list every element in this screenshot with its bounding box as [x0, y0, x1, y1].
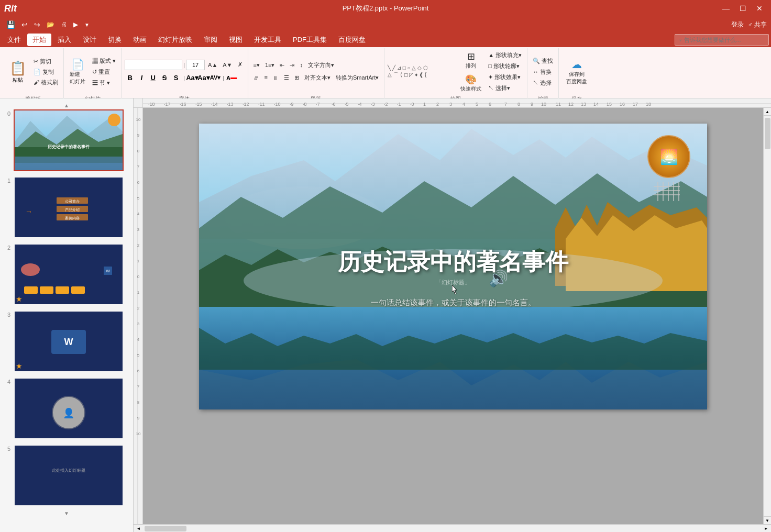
font-size-input[interactable] — [186, 60, 205, 70]
slide-thumb-1[interactable]: 公司简介 产品介绍 案例内容 → — [14, 176, 124, 238]
audio-icon[interactable]: 🔊 — [489, 269, 508, 287]
undo-quick-btn[interactable]: ↩ — [19, 19, 30, 30]
increase-font-btn[interactable]: A▲ — [206, 61, 219, 69]
close-button[interactable]: ✕ — [752, 3, 767, 14]
open-quick-btn[interactable]: 📂 — [45, 20, 57, 29]
menu-baiduyun[interactable]: 百度网盘 — [333, 34, 371, 46]
scroll-up-arrow[interactable]: ▲ — [764, 108, 772, 116]
select-btn[interactable]: ↖ 选择▾ — [486, 83, 524, 93]
smartart-btn[interactable]: 转换为SmartArt▾ — [334, 73, 381, 83]
format-painter-button[interactable]: 🖌 格式刷 — [31, 77, 60, 87]
scroll-left-arrow[interactable]: ◄ — [135, 525, 142, 533]
align-center-btn[interactable]: ≡ — [262, 73, 270, 82]
cut-button[interactable]: ✂ 剪切 — [31, 57, 60, 66]
slide-thumb-4[interactable]: 👤 — [14, 378, 124, 439]
share-button[interactable]: ♂ 共享 — [748, 20, 767, 29]
section-button[interactable]: ☰ 节 ▾ — [90, 78, 118, 88]
bottom-scrollbar[interactable]: ◄ ► — [134, 524, 771, 532]
text-direction-btn[interactable]: 文字方向▾ — [306, 60, 336, 70]
main-slide-tagline[interactable]: 一句话总结该事件，或关于该事件的一句名言。 — [371, 298, 536, 308]
font-color-btn[interactable]: A — [226, 73, 237, 83]
shape-effect-btn[interactable]: ✦ 形状效果▾ — [486, 72, 524, 82]
increase-indent-btn[interactable]: ⇥ — [288, 61, 296, 70]
customize-quick-btn[interactable]: ▼ — [82, 21, 92, 29]
menu-animation[interactable]: 动画 — [128, 34, 152, 46]
font-case-btn[interactable]: Aa▾ — [187, 73, 197, 83]
slide-item-1[interactable]: 1 公司简介 产品介绍 案例内容 → — [2, 175, 131, 239]
slide-panel[interactable]: ▲ 0 — [0, 98, 134, 532]
decrease-indent-btn[interactable]: ⇤ — [278, 61, 287, 70]
bullet-list-btn[interactable]: ≡▾ — [251, 61, 262, 70]
slide-item-4[interactable]: 4 👤 — [2, 376, 131, 440]
align-text-btn[interactable]: 对齐文本▾ — [302, 73, 333, 83]
menu-insert[interactable]: 插入 — [52, 34, 76, 46]
menu-view[interactable]: 视图 — [224, 34, 248, 46]
scroll-down-btn[interactable]: ▼ — [2, 511, 131, 516]
shape-fill-btn[interactable]: ▲ 形状填充▾ — [486, 50, 524, 60]
align-right-btn[interactable]: ⫼ — [271, 73, 281, 82]
scroll-down-arrow[interactable]: ▼ — [764, 516, 772, 524]
select-edit-btn[interactable]: ↖ 选择 — [531, 78, 555, 88]
signin-button[interactable]: 登录 — [731, 20, 744, 29]
font-spacing-btn[interactable]: AV▾ — [210, 73, 221, 83]
paste-button[interactable]: 📋 粘贴 — [5, 49, 30, 94]
slide-item-2[interactable]: 2 W — [2, 242, 131, 306]
main-slide-title[interactable]: 历史记录中的著名事件 「幻灯标题」 — [338, 247, 568, 286]
right-scrollbar[interactable]: ▲ ▼ — [763, 108, 771, 524]
menu-transition[interactable]: 切换 — [103, 34, 127, 46]
print-quick-btn[interactable]: 🖨 — [59, 20, 69, 29]
slide-thumb-2[interactable]: W ★ — [14, 243, 124, 305]
distribute-btn[interactable]: ⊞ — [292, 73, 301, 82]
slide-item-5[interactable]: 5 此处插入幻灯标题 — [2, 444, 131, 507]
scroll-thumb-h[interactable] — [145, 526, 186, 531]
copy-button[interactable]: 📄 复制 — [31, 67, 60, 77]
scroll-right-arrow[interactable]: ► — [762, 525, 770, 533]
main-slide[interactable]: 🌅 — [199, 124, 707, 409]
line-spacing-btn[interactable]: ↕ — [298, 61, 305, 69]
font-size-select-btn[interactable]: Aa▾ — [199, 73, 209, 83]
canvas-container[interactable]: 🌅 — [143, 108, 763, 524]
menu-review[interactable]: 审阅 — [199, 34, 223, 46]
svg-text:8: 8 — [517, 102, 520, 107]
redo-quick-btn[interactable]: ↪ — [32, 19, 42, 30]
menu-pdf[interactable]: PDF工具集 — [288, 34, 332, 46]
slide-item-3[interactable]: 3 W ★ — [2, 309, 131, 373]
slide-thumb-3[interactable]: W ★ — [14, 311, 124, 372]
new-slide-button[interactable]: 📄 新建幻灯片 — [67, 57, 88, 87]
save-quick-btn[interactable]: 💾 — [4, 19, 17, 30]
decrease-font-btn[interactable]: A▼ — [221, 61, 234, 69]
shadow-button[interactable]: S — [171, 73, 181, 83]
svg-text:9: 9 — [137, 416, 140, 420]
number-list-btn[interactable]: 1≡▾ — [263, 61, 277, 70]
menu-devtools[interactable]: 开发工具 — [249, 34, 287, 46]
strikethrough-button[interactable]: S — [159, 73, 170, 83]
align-left-btn[interactable]: ⫻ — [251, 73, 261, 82]
search-input[interactable] — [675, 34, 769, 46]
justify-btn[interactable]: ☰ — [282, 73, 291, 82]
replace-btn[interactable]: ↔ 替换 — [531, 67, 555, 77]
reset-button[interactable]: ↺ 重置 — [90, 67, 118, 77]
menu-file[interactable]: 文件 — [2, 34, 26, 46]
shape-outline-btn[interactable]: □ 形状轮廓▾ — [486, 61, 524, 71]
clear-format-btn[interactable]: ✗ — [236, 60, 245, 69]
underline-button[interactable]: U — [148, 73, 158, 83]
slide-item-0[interactable]: 0 — [2, 108, 131, 172]
save-baiduyun-button[interactable]: ☁ 保存到百度网盘 — [562, 49, 591, 94]
menu-slideshow[interactable]: 幻灯片放映 — [153, 34, 197, 46]
minimize-button[interactable]: — — [719, 3, 733, 14]
quick-style-button[interactable]: 🎨 快速样式 — [458, 72, 484, 94]
menu-design[interactable]: 设计 — [78, 34, 102, 46]
arrange-button[interactable]: ⊞ 排列 — [458, 49, 484, 71]
slide-thumb-0[interactable]: 历史记录中的著名事件 — [14, 109, 124, 171]
scroll-up-btn[interactable]: ▲ — [2, 103, 131, 108]
menu-home[interactable]: 开始 — [27, 34, 51, 46]
maximize-button[interactable]: ☐ — [735, 3, 750, 14]
font-name-input[interactable] — [125, 60, 182, 70]
bold-button[interactable]: B — [125, 73, 135, 83]
layout-button[interactable]: ▦ 版式 ▾ — [90, 56, 118, 66]
slide-thumb-5[interactable]: 此处插入幻灯标题 — [14, 445, 124, 506]
slideshow-quick-btn[interactable]: ▶ — [71, 20, 80, 29]
find-btn[interactable]: 🔍 查找 — [531, 56, 555, 66]
scroll-thumb-v[interactable] — [765, 118, 770, 149]
italic-button[interactable]: I — [136, 73, 147, 83]
